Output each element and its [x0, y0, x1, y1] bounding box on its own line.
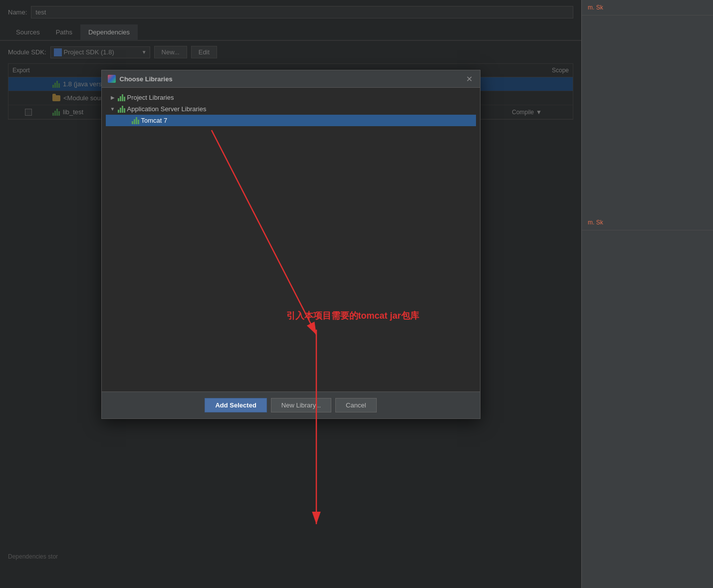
right-strip-item-2: m. Sk [582, 215, 713, 230]
tree-item-label: Application Server Libraries [127, 105, 207, 113]
tomcat-icon [132, 117, 139, 124]
tree-arrow-icon: ▼ [110, 106, 116, 112]
new-library-button[interactable]: New Library... [271, 398, 331, 412]
tree-item-project-libraries[interactable]: ▶ Project Libraries [106, 92, 476, 103]
libraries-icon [118, 94, 125, 101]
tree-item-app-server-libraries[interactable]: ▼ Application Server Libraries [106, 103, 476, 115]
add-selected-button[interactable]: Add Selected [205, 398, 266, 412]
tree-item-label: Tomcat 7 [141, 117, 168, 124]
tree-item-label: Project Libraries [127, 94, 174, 101]
modal-body: ▶ Project Libraries ▼ Application Server… [102, 88, 480, 392]
modal-icon [108, 75, 116, 83]
right-strip: m. Sk m. Sk [581, 0, 713, 588]
tree-arrow-icon: ▶ [110, 95, 116, 101]
right-strip-item-1: m. Sk [582, 0, 713, 15]
modal-close-button[interactable]: ✕ [465, 74, 474, 83]
modal-title-bar: Choose Libraries ✕ [102, 70, 480, 88]
modal-title: Choose Libraries [120, 75, 461, 83]
tree-item-tomcat7[interactable]: Tomcat 7 [106, 115, 476, 126]
modal-footer: Add Selected New Library... Cancel [102, 392, 480, 418]
main-panel: Name: Sources Paths Dependencies Module … [0, 0, 581, 588]
cancel-button[interactable]: Cancel [335, 398, 376, 412]
choose-libraries-modal: Choose Libraries ✕ ▶ Project Libraries ▼ [101, 70, 480, 419]
tree-arrow-icon [124, 118, 130, 124]
modal-overlay: Choose Libraries ✕ ▶ Project Libraries ▼ [0, 0, 581, 588]
libraries-icon [118, 106, 125, 113]
